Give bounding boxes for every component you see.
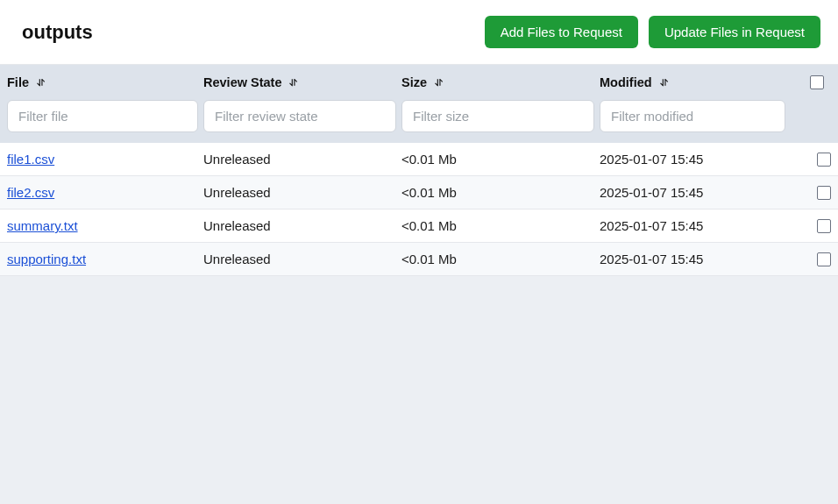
column-label: Size bbox=[401, 75, 427, 89]
cell-modified: 2025-01-07 15:45 bbox=[600, 209, 791, 242]
filter-size-input[interactable] bbox=[401, 100, 594, 132]
page-title: outputs bbox=[22, 21, 93, 44]
header-bar: outputs Add Files to Request Update File… bbox=[0, 0, 838, 65]
cell-modified: 2025-01-07 15:45 bbox=[600, 143, 791, 175]
cell-select bbox=[791, 210, 831, 242]
table-row: supporting.txtUnreleased<0.01 Mb2025-01-… bbox=[0, 243, 838, 276]
file-link[interactable]: summary.txt bbox=[7, 218, 78, 233]
row-checkbox[interactable] bbox=[817, 219, 831, 233]
cell-review-state: Unreleased bbox=[203, 143, 401, 175]
filter-modified-input[interactable] bbox=[600, 100, 785, 132]
column-label: Modified bbox=[600, 75, 652, 89]
cell-size: <0.01 Mb bbox=[401, 143, 600, 175]
table-header-row: File Review State Size Modified bbox=[0, 65, 838, 100]
column-header-file[interactable]: File bbox=[7, 65, 203, 100]
column-label: File bbox=[7, 75, 29, 89]
row-checkbox[interactable] bbox=[817, 252, 831, 266]
cell-review-state: Unreleased bbox=[203, 209, 401, 242]
sort-icon bbox=[434, 77, 444, 88]
cell-size: <0.01 Mb bbox=[401, 176, 600, 209]
table-row: file2.csvUnreleased<0.01 Mb2025-01-07 15… bbox=[0, 176, 838, 209]
cell-modified: 2025-01-07 15:45 bbox=[600, 243, 791, 275]
filter-cell-file bbox=[7, 100, 203, 132]
filter-cell-size bbox=[401, 100, 600, 132]
cell-review-state: Unreleased bbox=[203, 243, 401, 275]
filter-review-input[interactable] bbox=[203, 100, 396, 132]
cell-select bbox=[791, 244, 831, 275]
file-link[interactable]: file2.csv bbox=[7, 185, 54, 200]
column-header-review-state[interactable]: Review State bbox=[203, 65, 401, 100]
select-all-checkbox[interactable] bbox=[810, 75, 824, 89]
cell-file: summary.txt bbox=[7, 209, 203, 242]
cell-file: file2.csv bbox=[7, 176, 203, 209]
cell-review-state: Unreleased bbox=[203, 176, 401, 209]
filter-cell-modified bbox=[600, 100, 791, 132]
column-label: Review State bbox=[203, 75, 281, 89]
row-checkbox[interactable] bbox=[817, 153, 831, 167]
filter-file-input[interactable] bbox=[7, 100, 198, 132]
outputs-table: File Review State Size Modified bbox=[0, 65, 838, 276]
cell-select bbox=[791, 144, 831, 175]
sort-icon bbox=[659, 77, 670, 88]
sort-icon bbox=[36, 77, 46, 88]
file-link[interactable]: supporting.txt bbox=[7, 252, 86, 266]
file-link[interactable]: file1.csv bbox=[7, 152, 54, 167]
filter-cell-review bbox=[203, 100, 401, 132]
add-files-button[interactable]: Add Files to Request bbox=[485, 16, 638, 48]
column-header-size[interactable]: Size bbox=[401, 65, 600, 100]
sort-icon bbox=[288, 77, 299, 88]
filter-row bbox=[0, 100, 838, 143]
cell-modified: 2025-01-07 15:45 bbox=[600, 176, 791, 209]
cell-select bbox=[791, 177, 831, 209]
cell-size: <0.01 Mb bbox=[401, 209, 600, 242]
update-files-button[interactable]: Update Files in Request bbox=[649, 16, 820, 48]
cell-size: <0.01 Mb bbox=[401, 243, 600, 275]
column-header-modified[interactable]: Modified bbox=[600, 65, 791, 100]
table-row: summary.txtUnreleased<0.01 Mb2025-01-07 … bbox=[0, 209, 838, 243]
row-checkbox[interactable] bbox=[817, 186, 831, 200]
table-row: file1.csvUnreleased<0.01 Mb2025-01-07 15… bbox=[0, 143, 838, 176]
cell-file: supporting.txt bbox=[7, 243, 203, 275]
header-actions: Add Files to Request Update Files in Req… bbox=[485, 16, 820, 48]
column-header-select-all bbox=[791, 65, 831, 100]
cell-file: file1.csv bbox=[7, 143, 203, 175]
